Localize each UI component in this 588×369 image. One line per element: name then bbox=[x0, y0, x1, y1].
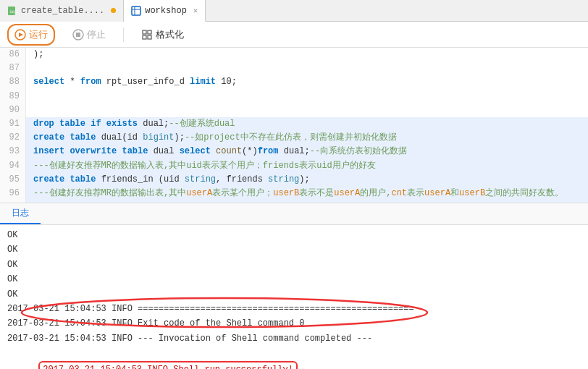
stop-icon bbox=[72, 29, 84, 41]
format-label: 格式化 bbox=[156, 28, 184, 41]
tab-bar: sql create_table.... workshop ✕ bbox=[0, 0, 588, 22]
svg-text:sql: sql bbox=[9, 9, 17, 14]
run-label: 运行 bbox=[29, 28, 48, 41]
tab-unsaved-dot bbox=[111, 8, 116, 13]
format-button[interactable]: 格式化 bbox=[135, 25, 190, 44]
tab-workshop-label: workshop bbox=[145, 6, 187, 16]
code-line-89: 89 bbox=[0, 90, 588, 103]
code-line-91: 91 drop table if exists dual;--创建系统dual bbox=[0, 117, 588, 131]
code-line-96: 96 ---创建好友推荐MR的数据输出表,其中userA表示某个用户；userB… bbox=[0, 187, 588, 200]
log-line-3: OK bbox=[7, 258, 581, 272]
code-line-90: 90 bbox=[0, 103, 588, 117]
log-line-4: OK bbox=[7, 272, 581, 287]
code-lines: 86 ); 87 88 select * from rpt_user_info_… bbox=[0, 48, 588, 203]
svg-marker-6 bbox=[19, 33, 23, 37]
svg-rect-2 bbox=[132, 7, 140, 15]
log-area: 日志 OK OK OK OK OK 2017-03-21 15:04:53 IN… bbox=[0, 203, 588, 369]
log-content: OK OK OK OK OK 2017-03-21 15:04:53 INFO … bbox=[0, 225, 588, 369]
code-line-87: 87 bbox=[0, 62, 588, 75]
code-line-88: 88 select * from rpt_user_info_d limit 1… bbox=[0, 75, 588, 89]
log-tabs: 日志 bbox=[0, 203, 588, 225]
log-line-6: 2017-03-21 15:04:53 INFO ===============… bbox=[7, 302, 581, 316]
svg-rect-12 bbox=[148, 35, 151, 39]
log-line-7: 2017-03-21 15:04:53 INFO Exit code of th… bbox=[7, 316, 581, 331]
code-editor[interactable]: 86 ); 87 88 select * from rpt_user_info_… bbox=[0, 48, 588, 203]
stop-button[interactable]: 停止 bbox=[67, 25, 112, 44]
log-line-9: 2017-03-21 15:04:53 INFO Shell run succe… bbox=[7, 346, 581, 369]
tab-workshop-close[interactable]: ✕ bbox=[193, 6, 198, 15]
toolbar: 运行 停止 格式化 bbox=[0, 22, 588, 48]
run-button[interactable]: 运行 bbox=[7, 24, 55, 46]
stop-label: 停止 bbox=[87, 28, 106, 41]
svg-rect-8 bbox=[76, 33, 80, 37]
svg-rect-10 bbox=[148, 30, 151, 34]
log-line-1: OK bbox=[7, 228, 581, 242]
tab-create-table[interactable]: sql create_table.... bbox=[0, 0, 124, 22]
code-line-94: 94 ---创建好友推荐MR的数据输入表,其中uid表示某个用户；friends… bbox=[0, 159, 588, 173]
code-line-92: 92 create table dual(id bigint);--如proje… bbox=[0, 131, 588, 145]
log-tab[interactable]: 日志 bbox=[0, 203, 41, 224]
log-line-2: OK bbox=[7, 242, 581, 257]
toolbar-separator bbox=[123, 27, 124, 42]
svg-rect-11 bbox=[143, 35, 146, 39]
tab-create-table-label: create_table.... bbox=[21, 6, 104, 16]
code-line-86: 86 ); bbox=[0, 48, 588, 62]
table-icon bbox=[131, 6, 141, 16]
code-line-93: 93 insert overwrite table dual select co… bbox=[0, 145, 588, 158]
file-sql-icon: sql bbox=[7, 6, 17, 16]
format-icon bbox=[141, 29, 153, 41]
svg-rect-9 bbox=[143, 30, 146, 34]
tab-workshop[interactable]: workshop ✕ bbox=[124, 0, 206, 22]
log-line-5: OK bbox=[7, 287, 581, 302]
code-line-95: 95 create table friends_in (uid string, … bbox=[0, 173, 588, 187]
run-icon bbox=[14, 29, 26, 41]
log-line-8: 2017-03-21 15:04:53 INFO --- Invocation … bbox=[7, 331, 581, 346]
